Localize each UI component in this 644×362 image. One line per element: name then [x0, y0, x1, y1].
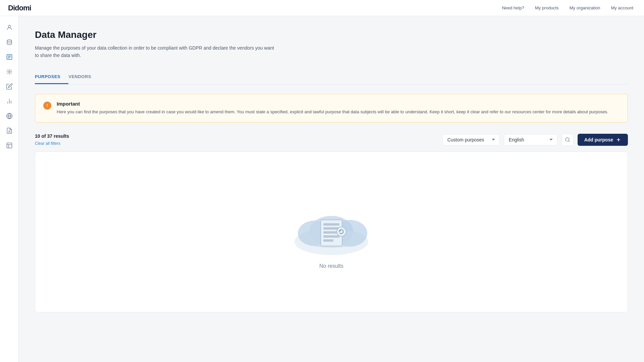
svg-point-0 — [8, 25, 10, 27]
top-nav: Didomi Need help? My products My organiz… — [0, 0, 644, 16]
tab-vendors[interactable]: VENDORS — [68, 70, 99, 84]
svg-rect-14 — [7, 143, 12, 148]
svg-point-1 — [7, 40, 11, 42]
page-title: Data Manager — [35, 29, 628, 40]
sidebar-users-icon[interactable] — [3, 21, 15, 34]
top-nav-links: Need help? My products My organization M… — [502, 5, 633, 10]
sidebar — [0, 16, 19, 362]
sidebar-list-icon[interactable] — [3, 51, 15, 63]
results-info: 10 of 37 results Clear all filters — [35, 133, 69, 146]
brand-logo: Didomi — [8, 4, 31, 12]
no-results-illustration — [288, 195, 375, 255]
sidebar-edit-icon[interactable] — [3, 80, 15, 93]
tab-purposes[interactable]: PURPOSES — [35, 70, 68, 84]
my-account-link[interactable]: My account — [611, 5, 633, 10]
custom-purposes-dropdown[interactable]: Custom purposes All purposes Standard pu… — [442, 134, 500, 145]
page-description: Manage the purposes of your data collect… — [35, 44, 276, 59]
content-area: No results — [35, 152, 628, 312]
toolbar: 10 of 37 results Clear all filters Custo… — [35, 133, 628, 146]
info-content: Important Here you can find the purposes… — [57, 101, 608, 116]
svg-rect-26 — [323, 227, 339, 230]
sidebar-integrations-icon[interactable] — [3, 66, 15, 78]
svg-rect-28 — [323, 235, 339, 238]
sidebar-database-icon[interactable] — [3, 36, 15, 48]
info-icon: ! — [43, 102, 51, 110]
main-content: Data Manager Manage the purposes of your… — [19, 16, 644, 362]
clear-filters-link[interactable]: Clear all filters — [35, 141, 60, 146]
add-purpose-button[interactable]: Add purpose — [578, 134, 628, 146]
my-organization-link[interactable]: My organization — [570, 5, 600, 10]
my-products-link[interactable]: My products — [535, 5, 559, 10]
svg-point-15 — [566, 138, 569, 141]
info-banner: ! Important Here you can find the purpos… — [35, 94, 628, 123]
results-count: 10 of 37 results — [35, 133, 69, 139]
no-results-text: No results — [319, 263, 343, 269]
info-title: Important — [57, 101, 608, 107]
sidebar-reports-icon[interactable] — [3, 125, 15, 137]
toolbar-actions: Custom purposes All purposes Standard pu… — [442, 134, 628, 146]
language-dropdown[interactable]: English French Spanish German — [504, 134, 557, 145]
svg-point-30 — [337, 227, 346, 236]
sidebar-globe-icon[interactable] — [3, 110, 15, 122]
sidebar-building-icon[interactable] — [3, 139, 15, 152]
need-help-link[interactable]: Need help? — [502, 5, 524, 10]
empty-illustration — [288, 195, 375, 256]
plus-icon — [616, 137, 621, 142]
svg-rect-25 — [323, 223, 339, 226]
search-button[interactable] — [561, 134, 574, 146]
sidebar-chart-icon[interactable] — [3, 95, 15, 107]
tabs-container: PURPOSES VENDORS — [35, 70, 628, 84]
svg-line-16 — [569, 141, 570, 142]
svg-rect-29 — [323, 239, 333, 242]
search-icon — [565, 137, 570, 142]
info-text: Here you can find the purposes that you … — [57, 109, 608, 116]
svg-point-6 — [8, 71, 10, 73]
